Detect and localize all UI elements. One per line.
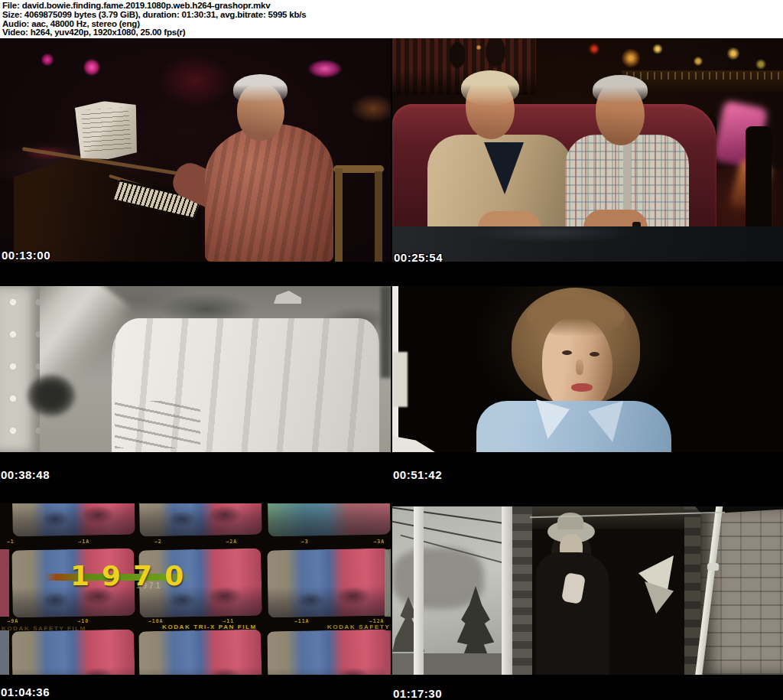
timestamp-frame-3: 00:38:48 <box>1 468 50 481</box>
sheet-music <box>74 99 139 161</box>
film-marker: →10A <box>148 618 164 625</box>
pole-bracket <box>707 563 719 571</box>
top-black-strip <box>392 503 783 506</box>
dark-cloak <box>536 552 609 675</box>
dark-blur-shape <box>28 375 75 416</box>
film-cell-green <box>267 503 391 536</box>
film-edge-markers-top: →1 →1A →2 →2A →3 →3A <box>6 538 385 545</box>
pale-blue-shirt <box>476 401 671 452</box>
kodak-edge-text-right: KODAK SAFETY FILM <box>327 623 391 630</box>
white-edge-patch <box>392 352 408 407</box>
man-grey-hair <box>233 74 288 105</box>
lips <box>571 383 593 392</box>
thumbnail-frame-1 <box>0 38 391 262</box>
film-cell <box>138 503 262 536</box>
film-marker: →11A <box>294 618 309 625</box>
film-marker: →3A <box>373 539 385 545</box>
bottle-glints <box>626 72 779 80</box>
kodak-edge-text-center: KODAK TRI-X PAN FILM <box>162 623 257 630</box>
thumbnail-frame-2 <box>392 38 783 262</box>
chair-bar <box>335 168 343 262</box>
bowie-fringe <box>527 295 625 337</box>
door-frame-left <box>512 506 532 675</box>
thumbnail-frame-6 <box>392 503 783 675</box>
sheet-music-lines <box>81 107 132 152</box>
film-cell-sliver <box>385 630 391 675</box>
right-man-grey-hair <box>593 75 648 104</box>
kodak-edge-text-left: KODAK SAFETY FILM <box>2 625 86 632</box>
video-contact-sheet: File: david.bowie.finding.fame.2019.1080… <box>0 0 783 700</box>
timestamp-frame-4: 00:51:42 <box>393 468 442 481</box>
video-info-line: Video: h264, yuv420p, 1920x1080, 25.00 f… <box>2 28 783 37</box>
distant-house <box>274 291 301 304</box>
left-eye <box>562 350 572 355</box>
film-cell <box>11 630 135 675</box>
thumbnail-frame-3 <box>0 286 391 452</box>
film-marker: →10 <box>78 618 89 625</box>
timestamp-frame-1: 00:13:00 <box>2 249 50 262</box>
year-1970-label: 1970 <box>70 560 196 591</box>
film-cell-sliver <box>385 549 391 617</box>
thumbnail-frame-4 <box>392 286 783 452</box>
thumbnail-frame-5: →1 →1A →2 →2A →3 →3A →9A →10 →10A →11 →1… <box>0 503 391 675</box>
timestamp-frame-2: 00:25:54 <box>394 251 443 264</box>
white-corner-patch <box>392 432 435 452</box>
towel-fold-stripes <box>115 401 200 448</box>
polka-dot-fabric <box>0 286 40 452</box>
film-cell-sliver <box>0 549 9 617</box>
timestamp-frame-6: 01:17:30 <box>393 687 442 700</box>
white-towel <box>112 318 379 452</box>
chair-bar <box>375 171 382 262</box>
timestamp-frame-5: 01:04:36 <box>1 685 50 698</box>
left-man-blonde-hair <box>461 70 519 106</box>
film-marker: →2 <box>154 539 161 545</box>
film-cell-sliver <box>0 630 9 675</box>
nose <box>576 360 583 375</box>
man-salmon-shirt <box>205 124 333 262</box>
file-size-line: Size: 4069875099 bytes (3.79 GiB), durat… <box>2 11 783 20</box>
file-info-header: File: david.bowie.finding.fame.2019.1080… <box>0 0 783 38</box>
grey-hedge <box>392 548 484 609</box>
booth-table <box>392 226 783 262</box>
film-cell <box>138 630 262 675</box>
white-post <box>414 506 424 675</box>
film-cell <box>267 549 391 618</box>
dark-edge-sliver <box>381 286 391 378</box>
film-marker: →2A <box>226 539 237 545</box>
right-eye <box>590 352 599 357</box>
film-cell <box>267 630 391 675</box>
film-marker: →3 <box>301 539 309 545</box>
film-marker: →1A <box>79 539 90 545</box>
white-post <box>502 506 512 675</box>
film-marker: →1 <box>7 539 15 545</box>
film-marker: →9A <box>7 618 18 625</box>
film-cell <box>11 503 135 536</box>
